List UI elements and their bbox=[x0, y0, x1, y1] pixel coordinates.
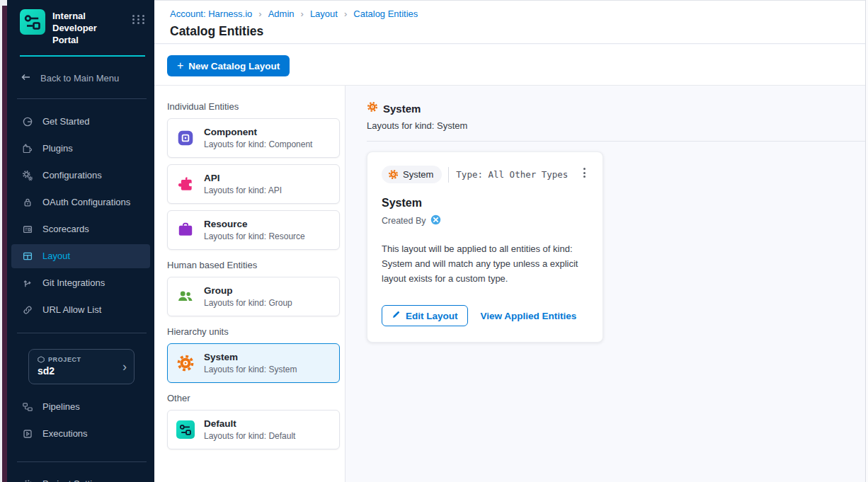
back-label: Back to Main Menu bbox=[40, 73, 119, 84]
breadcrumb-separator: › bbox=[258, 8, 261, 19]
section-heading: Other bbox=[167, 393, 345, 403]
entity-kind-panel: Individual Entities Component Layouts fo… bbox=[154, 86, 346, 482]
entity-name: Default bbox=[204, 418, 295, 429]
section-hierarchy-units: Hierarchy units System Layouts for kind:… bbox=[167, 326, 345, 383]
sidebar-footer-nav: Project Settings bbox=[7, 471, 154, 482]
kind-badge-label: System bbox=[403, 169, 433, 180]
entity-name: API bbox=[204, 173, 282, 183]
entity-desc: Layouts for kind: Component bbox=[204, 139, 312, 149]
entity-card-component[interactable]: Component Layouts for kind: Component bbox=[167, 118, 340, 158]
kind-header: System bbox=[367, 101, 868, 115]
resource-briefcase-icon bbox=[176, 221, 195, 239]
group-people-icon bbox=[176, 287, 195, 306]
type-label: Type: All Other Types bbox=[456, 169, 568, 180]
entity-desc: Layouts for kind: Default bbox=[204, 431, 295, 441]
breadcrumb-layout[interactable]: Layout bbox=[310, 8, 338, 19]
section-other: Other Default Layouts for kind: Default bbox=[167, 393, 345, 449]
sidebar-divider bbox=[17, 333, 147, 333]
sidebar-item-label: Configurations bbox=[42, 170, 102, 180]
sidebar-item-scorecards[interactable]: Scorecards bbox=[7, 216, 154, 243]
breadcrumb-catalog-entities[interactable]: Catalog Entities bbox=[353, 8, 418, 19]
chevron-right-icon: › bbox=[122, 360, 127, 373]
pipelines-icon bbox=[21, 401, 33, 413]
sidebar-header: Internal DeveloperPortal bbox=[7, 0, 154, 55]
pencil-icon bbox=[392, 310, 401, 321]
entity-card-text: Default Layouts for kind: Default bbox=[204, 418, 295, 441]
main-content: System Layouts for kind: System System T… bbox=[346, 86, 868, 482]
entity-card-group[interactable]: Group Layouts for kind: Group bbox=[167, 277, 340, 316]
sidebar-item-pipelines[interactable]: Pipelines bbox=[7, 394, 154, 420]
entity-card-default[interactable]: Default Layouts for kind: Default bbox=[167, 410, 340, 449]
badge-divider bbox=[448, 167, 449, 183]
scorecards-icon bbox=[21, 224, 33, 235]
layout-icon bbox=[21, 251, 33, 262]
kind-title: System bbox=[383, 103, 421, 115]
section-human-based-entities: Human based Entities Group Layouts for k… bbox=[167, 260, 345, 316]
sidebar-item-url-allow-list[interactable]: URL Allow List bbox=[7, 297, 154, 323]
sidebar-item-project-settings[interactable]: Project Settings bbox=[7, 471, 154, 482]
link-icon bbox=[21, 304, 33, 316]
sidebar-item-label: Scorecards bbox=[42, 224, 89, 234]
project-selector[interactable]: PROJECT sd2 › bbox=[28, 349, 135, 384]
sidebar-item-label: Get Started bbox=[42, 116, 89, 127]
sidebar-item-layout[interactable]: Layout bbox=[11, 244, 150, 268]
window-edge bbox=[0, 0, 7, 482]
project-icon bbox=[38, 356, 45, 363]
sidebar-divider bbox=[17, 461, 147, 462]
entity-desc: Layouts for kind: System bbox=[204, 365, 297, 374]
entity-card-api[interactable]: API Layouts for kind: API bbox=[167, 164, 340, 204]
sidebar-item-label: Pipelines bbox=[42, 401, 80, 412]
sidebar: Internal DeveloperPortal Back to Main Me… bbox=[7, 0, 154, 482]
sidebar-item-label: Project Settings bbox=[42, 478, 107, 482]
edit-layout-button[interactable]: Edit Layout bbox=[382, 305, 468, 326]
breadcrumb: Account: Harness.io › Admin › Layout › C… bbox=[170, 8, 868, 19]
back-to-main-menu[interactable]: Back to Main Menu bbox=[7, 57, 154, 98]
page-header: Account: Harness.io › Admin › Layout › C… bbox=[154, 0, 868, 44]
layout-card-description: This layout will be applied to all entit… bbox=[382, 241, 588, 286]
brand-title: Internal DeveloperPortal bbox=[52, 9, 125, 47]
component-icon bbox=[176, 129, 195, 147]
api-puzzle-icon bbox=[176, 175, 195, 193]
layout-card-header: System Type: All Other Types bbox=[382, 166, 588, 183]
system-gear-icon bbox=[176, 354, 195, 372]
breadcrumb-account[interactable]: Account: Harness.io bbox=[170, 8, 252, 19]
view-applied-entities-link[interactable]: View Applied Entities bbox=[481, 311, 577, 321]
sidebar-item-label: Plugins bbox=[42, 143, 73, 154]
sidebar-item-configurations[interactable]: Configurations bbox=[7, 162, 154, 189]
section-heading: Individual Entities bbox=[167, 101, 345, 112]
back-arrow-icon bbox=[20, 71, 32, 85]
sidebar-item-label: OAuth Configurations bbox=[42, 197, 130, 207]
sidebar-nav: Get Started Plugins Configurations bbox=[7, 99, 154, 323]
entity-desc: Layouts for kind: API bbox=[204, 185, 282, 195]
breadcrumb-admin[interactable]: Admin bbox=[268, 8, 295, 19]
entity-name: Component bbox=[204, 127, 312, 137]
main-divider bbox=[367, 141, 868, 142]
entity-card-text: API Layouts for kind: API bbox=[204, 173, 282, 195]
oauth-lock-icon bbox=[21, 197, 33, 208]
entity-card-text: Component Layouts for kind: Component bbox=[204, 127, 312, 149]
get-started-icon bbox=[21, 116, 33, 127]
sidebar-item-plugins[interactable]: Plugins bbox=[7, 135, 154, 162]
sidebar-item-executions[interactable]: Executions bbox=[7, 420, 154, 447]
sidebar-item-git-integrations[interactable]: Git Integrations bbox=[7, 270, 154, 297]
harness-avatar-icon bbox=[430, 214, 441, 227]
section-heading: Hierarchy units bbox=[167, 326, 345, 337]
entity-name: System bbox=[204, 352, 297, 362]
app-grid-icon[interactable] bbox=[132, 15, 146, 24]
entity-card-text: Group Layouts for kind: Group bbox=[204, 285, 292, 308]
sidebar-item-get-started[interactable]: Get Started bbox=[7, 108, 154, 135]
project-meta: PROJECT sd2 bbox=[38, 356, 81, 377]
sidebar-item-oauth-configurations[interactable]: OAuth Configurations bbox=[7, 189, 154, 216]
toolbar: + New Catalog Layout bbox=[154, 45, 868, 86]
sidebar-item-label: Git Integrations bbox=[42, 277, 105, 288]
kind-badge: System bbox=[382, 166, 442, 183]
plugins-icon bbox=[21, 143, 33, 154]
sidebar-item-label: Executions bbox=[42, 428, 88, 439]
entity-card-system[interactable]: System Layouts for kind: System bbox=[167, 343, 340, 383]
layout-card-system: System Type: All Other Types System Crea… bbox=[367, 151, 603, 343]
git-branch-icon bbox=[21, 277, 33, 289]
new-catalog-layout-button[interactable]: + New Catalog Layout bbox=[167, 55, 290, 76]
kebab-menu-icon[interactable] bbox=[581, 166, 588, 180]
entity-card-resource[interactable]: Resource Layouts for kind: Resource bbox=[167, 210, 340, 250]
sidebar-item-label: Layout bbox=[42, 251, 70, 261]
